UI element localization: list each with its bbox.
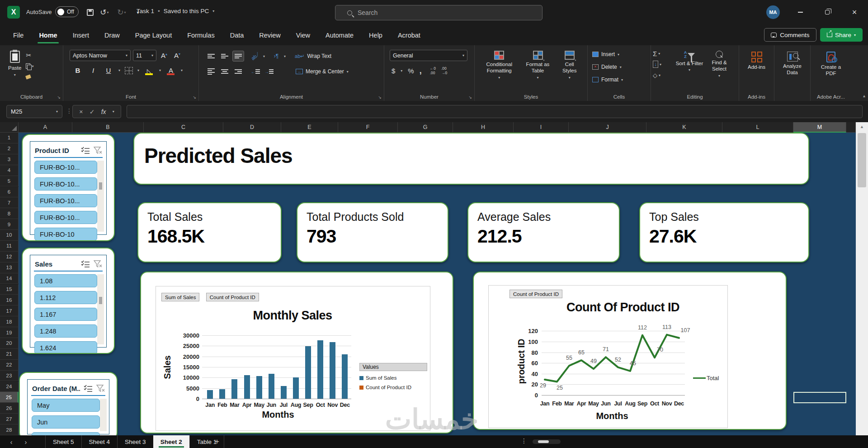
column-header-c[interactable]: C (144, 122, 223, 133)
slicer-item-jun[interactable]: Jun (32, 415, 100, 429)
sheet-options-handle[interactable]: ⋮ (521, 437, 527, 444)
autosave-toggle[interactable]: Off (55, 6, 79, 17)
comma-format-button[interactable]: , (420, 66, 422, 76)
sheet-tab-sheet-5[interactable]: Sheet 5 (45, 435, 81, 448)
add-sheet-button[interactable]: + (211, 435, 223, 448)
font-name-select[interactable]: Aptos Narrow▾ (70, 50, 131, 61)
row-header-14[interactable]: 14 (0, 273, 19, 284)
sheet-tab-sheet-2[interactable]: Sheet 2 (153, 435, 189, 448)
menu-tab-file[interactable]: File (5, 25, 31, 45)
percent-format-button[interactable]: % (408, 67, 414, 75)
menu-tab-insert[interactable]: Insert (65, 25, 97, 45)
clipboard-dialog-launcher[interactable]: ↘ (57, 95, 61, 100)
font-color-dropdown[interactable]: ▾ (181, 68, 183, 72)
format-cells-button[interactable]: Format▾ (588, 73, 651, 86)
row-header-1[interactable]: 1 (0, 133, 19, 143)
row-header-21[interactable]: 21 (0, 349, 19, 360)
menu-tab-automate[interactable]: Automate (318, 25, 361, 45)
format-as-table-button[interactable]: Format as Table▾ (524, 48, 552, 90)
orientation-dropdown[interactable]: ▾ (263, 54, 265, 58)
font-dialog-launcher[interactable]: ↘ (193, 95, 196, 100)
horizontal-scrollbar[interactable] (533, 439, 561, 444)
decrease-font-size-button[interactable]: A▾ (172, 52, 183, 59)
row-header-19[interactable]: 19 (0, 327, 19, 338)
row-header-2[interactable]: 2 (0, 143, 19, 154)
fill-color-button[interactable]: ◺ (144, 67, 155, 74)
undo-button[interactable]: ↺▾ (99, 6, 110, 18)
merge-center-button[interactable]: ↔ Merge & Center▾ (296, 68, 349, 75)
row-header-15[interactable]: 15 (0, 284, 19, 295)
slicer-item-1-248[interactable]: 1.248 (34, 324, 97, 338)
show-paragraph-button[interactable]: ›¶ (270, 51, 282, 62)
slicer-item-fur-bo-10[interactable]: FUR-BO-10... (34, 161, 97, 174)
cell-styles-button[interactable]: Cell Styles▾ (559, 48, 580, 90)
increase-font-size-button[interactable]: A▴ (159, 52, 170, 59)
vertical-scroll-thumb[interactable] (858, 133, 866, 187)
currency-format-button[interactable]: $ (392, 67, 395, 75)
insert-function-button[interactable]: fx (101, 108, 106, 115)
row-header-17[interactable]: 17 (0, 305, 19, 316)
row-header-27[interactable]: 27 (0, 414, 19, 424)
comments-button[interactable]: Comments (764, 28, 816, 42)
alignment-dialog-launcher[interactable]: ↘ (378, 95, 382, 100)
column-header-i[interactable]: I (514, 122, 569, 133)
column-header-m[interactable]: M (793, 122, 846, 133)
row-header-7[interactable]: 7 (0, 197, 19, 208)
document-save-status[interactable]: Saved to this PC (164, 8, 209, 14)
sheet-tab-sheet-3[interactable]: Sheet 3 (117, 435, 153, 448)
row-header-18[interactable]: 18 (0, 316, 19, 327)
next-sheet-button[interactable]: › (19, 435, 33, 448)
column-header-j[interactable]: J (569, 122, 646, 133)
formula-bar-handle[interactable]: ⋮ (66, 107, 73, 114)
format-painter-button[interactable] (24, 71, 35, 82)
close-button[interactable]: × (847, 5, 862, 20)
share-button[interactable]: Share ▾ (820, 28, 863, 42)
addins-button[interactable]: Add-ins (748, 49, 765, 90)
increase-indent-button[interactable]: → (263, 66, 275, 77)
document-title[interactable]: Task 1 (137, 8, 154, 14)
scroll-up-icon[interactable]: ▲ (856, 122, 868, 131)
borders-icon[interactable] (125, 67, 133, 74)
clear-filter-icon[interactable] (96, 385, 105, 392)
menu-tab-home[interactable]: Home (31, 25, 65, 45)
align-left-button[interactable] (205, 66, 217, 77)
row-header-28[interactable]: 28 (0, 424, 19, 435)
align-center-button[interactable] (219, 66, 231, 77)
clear-filter-icon[interactable] (94, 260, 103, 267)
font-color-button[interactable]: A (165, 67, 176, 74)
row-header-11[interactable]: 11 (0, 241, 19, 252)
search-input[interactable]: Search (335, 5, 542, 20)
collapse-ribbon-button[interactable]: ▴ (863, 93, 865, 98)
select-all-corner[interactable] (0, 122, 19, 133)
slicer-scroll-thumb[interactable] (99, 297, 102, 304)
delete-cells-button[interactable]: ×Delete▾ (588, 61, 651, 73)
row-header-5[interactable]: 5 (0, 176, 19, 187)
slicer-item-partial[interactable]: FUR-BO-10 (34, 228, 97, 241)
column-header-partial[interactable] (846, 122, 856, 133)
paragraph-dropdown[interactable]: ▾ (284, 54, 286, 58)
multi-select-icon[interactable] (81, 260, 90, 267)
top-align-button[interactable] (205, 51, 217, 62)
bold-button[interactable]: B (72, 67, 83, 74)
column-header-l[interactable]: L (722, 122, 793, 133)
row-header-26[interactable]: 26 (0, 403, 19, 414)
decrease-decimal-button[interactable]: .00→0 (441, 67, 447, 75)
multi-select-icon[interactable] (84, 385, 93, 392)
middle-align-button[interactable] (219, 51, 231, 62)
row-header-9[interactable]: 9 (0, 219, 19, 230)
conditional-formatting-button[interactable]: Conditional Formatting▾ (482, 48, 516, 90)
autosum-button[interactable]: Σ▾ (651, 48, 675, 59)
enter-button[interactable]: ✓ (90, 108, 95, 115)
menu-tab-page-layout[interactable]: Page Layout (127, 25, 179, 45)
find-select-button[interactable]: Find & Select▾ (704, 48, 734, 90)
slicer-scrollbar[interactable] (97, 161, 104, 232)
copy-button[interactable]: ▾ (24, 61, 35, 71)
menu-tab-acrobat[interactable]: Acrobat (390, 25, 428, 45)
clear-filter-icon[interactable] (94, 147, 103, 154)
row-header-3[interactable]: 3 (0, 154, 19, 165)
menu-tab-help[interactable]: Help (361, 25, 390, 45)
analyze-data-button[interactable]: Analyze Data (781, 49, 804, 90)
count-product-id-chart-card[interactable]: Count Of Product ID product ID 020406080… (473, 272, 787, 430)
menu-tab-formulas[interactable]: Formulas (179, 25, 222, 45)
row-header-16[interactable]: 16 (0, 295, 19, 305)
